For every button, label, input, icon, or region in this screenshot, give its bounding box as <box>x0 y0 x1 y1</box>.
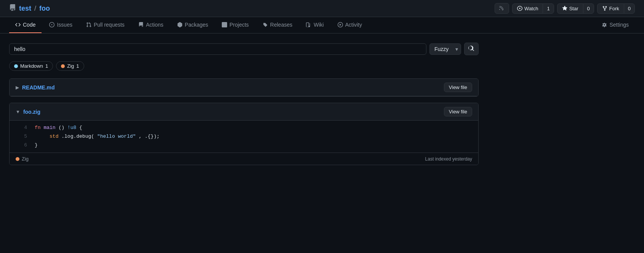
rss-button[interactable] <box>495 3 509 14</box>
fork-count[interactable]: 0 <box>624 3 635 14</box>
star-group: Star 0 <box>557 3 594 14</box>
watch-group: Watch 1 <box>512 3 554 14</box>
zig-dot <box>61 64 65 68</box>
view-file-foo-zig-button[interactable]: View file <box>444 107 472 116</box>
nav-tabs: Code Issues Pull requests Actions Packag… <box>0 17 644 33</box>
markdown-dot <box>14 64 18 68</box>
tab-settings[interactable]: Settings <box>596 17 635 33</box>
main-content: Fuzzy Exact Regex Markdown 1 Zig 1 ▶ <box>0 33 488 180</box>
star-button[interactable]: Star <box>557 3 583 14</box>
footer-lang-label: Zig <box>22 156 29 162</box>
markdown-count: 1 <box>45 63 48 69</box>
watch-button[interactable]: Watch <box>512 3 543 14</box>
lang-filter-markdown[interactable]: Markdown 1 <box>9 61 53 71</box>
tab-wiki[interactable]: Wiki <box>300 17 330 33</box>
tab-packages[interactable]: Packages <box>171 17 214 33</box>
readme-filename[interactable]: README.md <box>22 84 55 91</box>
zig-footer-dot <box>16 157 19 161</box>
star-label: Star <box>569 6 578 11</box>
repo-name-link[interactable]: foo <box>39 5 50 13</box>
code-content-5: std .log.debug( "hello world" , .{}); <box>35 133 160 141</box>
code-content-4: fn main () !u8 { <box>35 124 82 132</box>
file-result-foo-zig: ▼ foo.zig View file 4 fn main () !u8 { 5 <box>9 103 479 165</box>
tab-releases[interactable]: Releases <box>256 17 298 33</box>
watch-count[interactable]: 1 <box>543 3 554 14</box>
code-content-6: } <box>35 142 38 150</box>
code-line-4: 4 fn main () !u8 { <box>10 124 478 132</box>
chevron-right-icon[interactable]: ▶ <box>16 85 19 90</box>
file-header-left-readme: ▶ README.md <box>16 84 55 91</box>
filter-select[interactable]: Fuzzy Exact Regex <box>429 43 461 55</box>
search-input[interactable] <box>9 43 426 55</box>
tab-pull-requests[interactable]: Pull requests <box>80 17 131 33</box>
file-footer-foo-zig: Zig Last indexed yesterday <box>10 153 478 165</box>
view-file-readme-button[interactable]: View file <box>444 83 472 92</box>
filter-select-wrapper: Fuzzy Exact Regex <box>429 43 461 55</box>
lang-filters: Markdown 1 Zig 1 <box>9 61 479 71</box>
file-header-readme: ▶ README.md View file <box>10 79 478 96</box>
file-header-foo-zig: ▼ foo.zig View file <box>10 103 478 121</box>
zig-count: 1 <box>76 63 79 69</box>
file-result-readme: ▶ README.md View file <box>9 78 479 97</box>
markdown-label: Markdown <box>20 63 43 69</box>
watch-label: Watch <box>524 6 538 11</box>
lang-filter-zig[interactable]: Zig 1 <box>56 61 84 71</box>
code-block-foo-zig: 4 fn main () !u8 { 5 std .log.debug( "he… <box>10 121 478 153</box>
search-button[interactable] <box>464 43 479 55</box>
repo-separator: / <box>34 5 36 13</box>
tab-code[interactable]: Code <box>9 17 42 33</box>
repo-owner-link[interactable]: test <box>19 5 31 13</box>
line-num-4: 4 <box>16 124 27 132</box>
repo-icon <box>9 4 16 13</box>
tab-projects[interactable]: Projects <box>216 17 255 33</box>
top-bar: test / foo Watch 1 Star <box>0 0 644 17</box>
fork-button[interactable]: Fork <box>597 3 624 14</box>
footer-indexed: Last indexed yesterday <box>425 156 472 162</box>
tab-actions[interactable]: Actions <box>132 17 170 33</box>
fork-group: Fork 0 <box>597 3 635 14</box>
chevron-down-icon[interactable]: ▼ <box>16 109 20 115</box>
line-num-5: 5 <box>16 133 27 141</box>
tab-activity[interactable]: Activity <box>332 17 368 33</box>
file-header-left-foo-zig: ▼ foo.zig <box>16 109 40 115</box>
zig-label: Zig <box>67 63 74 69</box>
top-actions: Watch 1 Star 0 Fork 0 <box>495 3 635 14</box>
code-line-6: 6 } <box>10 141 478 150</box>
search-bar: Fuzzy Exact Regex <box>9 43 479 55</box>
line-num-6: 6 <box>16 142 27 150</box>
code-line-5: 5 std .log.debug( "hello world" , .{}); <box>10 132 478 141</box>
fork-label: Fork <box>609 6 619 11</box>
foo-zig-filename[interactable]: foo.zig <box>23 109 40 115</box>
star-count[interactable]: 0 <box>583 3 594 14</box>
tab-issues[interactable]: Issues <box>43 17 78 33</box>
file-footer-lang: Zig <box>16 156 29 162</box>
repo-title: test / foo <box>9 4 50 13</box>
